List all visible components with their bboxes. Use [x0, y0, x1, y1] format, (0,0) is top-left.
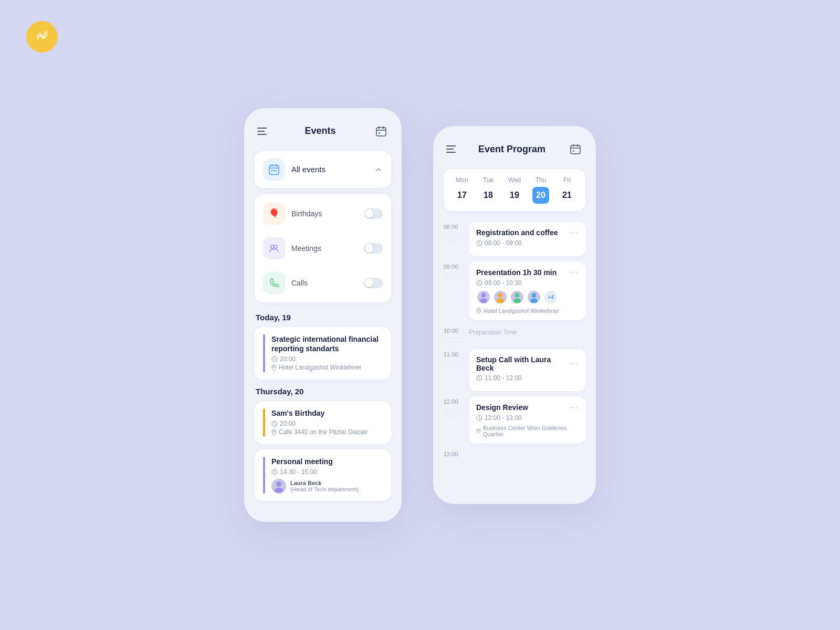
time-row-1100: 11:00 Setup Call with Laura Beck ··· 11:… — [444, 349, 585, 395]
card-time: 11:00 - 12:00 — [476, 374, 578, 382]
event-card-strategic[interactable]: Srategic international financial reporti… — [255, 327, 391, 380]
right-phone: Event Program Mon 17 Tue 18 Wed 19 Thu — [433, 126, 596, 504]
calls-icon — [263, 272, 285, 294]
svg-point-11 — [274, 170, 275, 171]
week-bar: Mon 17 Tue 18 Wed 19 Thu 20 Fri 21 — [444, 169, 585, 211]
menu-icon[interactable] — [257, 128, 267, 135]
event-card-meeting[interactable]: Personal meeting 14:30 - 15:00 Laura Bec… — [255, 449, 391, 501]
card-avatars: +4 — [476, 290, 578, 304]
time-label: 10:00 — [444, 326, 464, 334]
day-fri[interactable]: Fri 21 — [559, 176, 575, 204]
day-name: Tue — [483, 176, 494, 184]
svg-rect-1 — [376, 128, 386, 136]
event-location: Hotel Landgashot Winklehner — [271, 364, 383, 371]
time-label: 09:00 — [444, 261, 464, 270]
calls-label: Calls — [291, 279, 308, 287]
day-tue[interactable]: Tue 18 — [480, 176, 497, 204]
more-menu[interactable]: ··· — [570, 228, 578, 237]
svg-point-34 — [513, 299, 521, 303]
day-mon[interactable]: Mon 17 — [454, 176, 470, 204]
event-title: Sam's Birthday — [271, 408, 383, 418]
card-time: 08:00 - 09:00 — [476, 239, 578, 247]
svg-point-30 — [480, 299, 487, 303]
menu-icon-right[interactable] — [446, 145, 456, 153]
more-menu[interactable]: ··· — [570, 268, 578, 277]
time-label: 08:00 — [444, 222, 464, 230]
day-num: 18 — [480, 187, 497, 204]
time-row-1300: 13:00 — [444, 449, 585, 464]
avatar-more: +4 — [543, 290, 558, 304]
calendar-icon[interactable] — [374, 124, 388, 139]
event-content: Srategic international financial reporti… — [271, 334, 383, 372]
day-num: 19 — [506, 187, 523, 204]
card-presentation[interactable]: Presentation 1h 30 min ··· 09:00 - 10:30… — [469, 261, 585, 320]
card-title: Design Review — [476, 403, 528, 412]
right-header: Event Program — [444, 142, 585, 156]
event-title: Personal meeting — [271, 457, 383, 466]
more-menu[interactable]: ··· — [570, 359, 578, 369]
event-bar — [263, 334, 265, 372]
time-row-0800: 08:00 Registration and coffee ··· 08:00 … — [444, 222, 585, 260]
day-name: Thu — [536, 176, 547, 184]
prep-label: Preparation Time — [469, 326, 585, 338]
event-bar — [263, 408, 265, 437]
event-title: Srategic international financial reporti… — [271, 334, 383, 353]
time-label: 12:00 — [444, 396, 464, 405]
calls-item[interactable]: Calls — [255, 266, 391, 300]
calendar-icon-right[interactable] — [568, 142, 583, 156]
card-title: Registration and coffee — [476, 228, 558, 237]
card-time: 09:00 - 10:30 — [476, 279, 578, 287]
app-logo — [26, 21, 58, 52]
day-name: Fri — [563, 176, 571, 184]
card-time: 12:00 - 13:00 — [476, 414, 578, 422]
day-name: Mon — [456, 176, 468, 184]
birthdays-label: Birthdays — [291, 209, 322, 218]
card-location: Business Center Wien Goldenes Quartier — [476, 425, 578, 437]
birthdays-toggle[interactable] — [364, 208, 383, 219]
card-registration[interactable]: Registration and coffee ··· 08:00 - 09:0… — [469, 222, 585, 256]
avatar-4 — [527, 290, 541, 304]
svg-point-36 — [530, 299, 538, 303]
svg-point-10 — [271, 170, 273, 171]
svg-point-18 — [274, 431, 275, 433]
event-card-birthday[interactable]: Sam's Birthday 20:00 Cafe 3440 on the Pi… — [255, 401, 391, 444]
event-time: 14:30 - 15:00 — [271, 468, 383, 476]
more-menu[interactable]: ··· — [570, 403, 578, 412]
calls-toggle[interactable] — [364, 278, 383, 288]
card-location: Hotel Landgashof Winklehner — [476, 308, 578, 314]
card-design-review[interactable]: Design Review ··· 12:00 - 13:00 Business… — [469, 396, 585, 444]
time-label: 11:00 — [444, 349, 464, 358]
category-list: 🎈 Birthdays Meetings — [255, 194, 391, 302]
event-person: Laura Beck (Head of Tech department) — [271, 479, 383, 494]
svg-point-32 — [497, 299, 504, 303]
time-label: 13:00 — [444, 449, 464, 457]
svg-point-12 — [276, 170, 277, 171]
event-bar — [263, 457, 265, 494]
card-title: Setup Call with Laura Beck — [476, 355, 570, 372]
time-row-1200: 12:00 Design Review ··· 12:00 - 13:00 B — [444, 396, 585, 448]
day-num: 17 — [454, 187, 470, 204]
svg-point-13 — [271, 245, 274, 248]
meetings-item[interactable]: Meetings — [255, 231, 391, 266]
time-row-0900: 09:00 Presentation 1h 30 min ··· 09:00 -… — [444, 261, 585, 324]
timeline: 08:00 Registration and coffee ··· 08:00 … — [444, 222, 585, 465]
event-content: Personal meeting 14:30 - 15:00 Laura Bec… — [271, 457, 383, 494]
svg-point-14 — [274, 245, 277, 248]
birthdays-icon: 🎈 — [263, 203, 285, 225]
card-setup-call[interactable]: Setup Call with Laura Beck ··· 11:00 - 1… — [469, 349, 585, 391]
day-wed[interactable]: Wed 19 — [506, 176, 523, 204]
right-title: Event Program — [478, 144, 545, 155]
avatar-3 — [510, 290, 524, 304]
left-title: Events — [304, 125, 335, 136]
svg-rect-5 — [379, 132, 380, 134]
day-num: 21 — [559, 187, 575, 204]
svg-point-16 — [274, 366, 275, 368]
person-name: Laura Beck — [290, 480, 359, 486]
birthdays-item[interactable]: 🎈 Birthdays — [255, 196, 391, 231]
event-time: 20:00 — [271, 420, 383, 427]
person-role: (Head of Tech department) — [290, 486, 359, 492]
all-events-selector[interactable]: All events — [255, 151, 391, 188]
day-thu[interactable]: Thu 20 — [532, 176, 549, 204]
svg-point-20 — [276, 481, 281, 487]
meetings-toggle[interactable] — [364, 243, 383, 254]
